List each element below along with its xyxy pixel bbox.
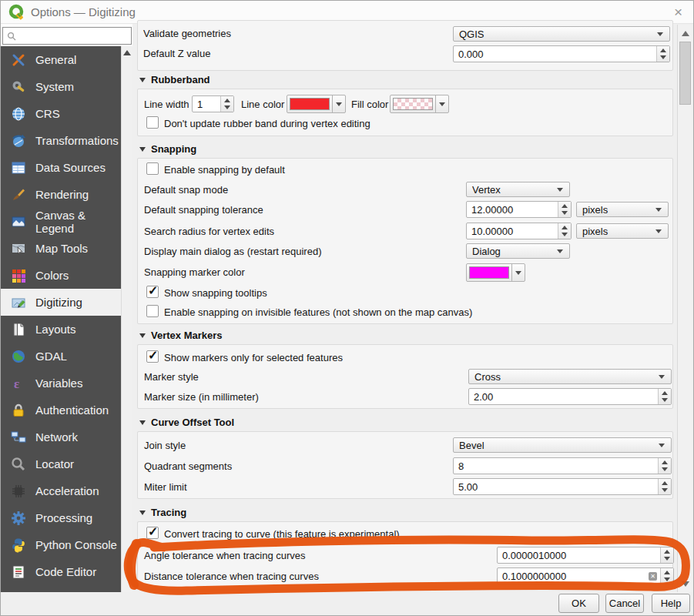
miter-limit-spin[interactable]: 5.00 [453,478,672,495]
scroll-down-icon[interactable] [682,581,689,587]
help-button[interactable]: Help [652,594,690,613]
tracing-section-header[interactable]: Tracing [139,507,186,518]
snapping-tolerance-unit-combo[interactable]: pixels [576,202,669,217]
locator-magnifier-icon [11,457,26,472]
sidebar-item-processing[interactable]: Processing [1,504,121,531]
colors-palette-icon [11,268,26,283]
cancel-button[interactable]: Cancel [605,594,644,613]
distance-tolerance-spin[interactable]: 0.1000000000✕ [497,567,674,584]
gdal-globe-icon [11,349,26,364]
snapping-section-header[interactable]: Snapping [139,143,196,155]
network-computers-icon [11,430,26,445]
snapping-tolerance-label: Default snapping tolerance [144,204,263,216]
sidebar-item-code-editor[interactable]: Code Editor [1,558,121,585]
sidebar-item-map-tools[interactable]: Map Tools [1,235,121,262]
color-dropdown-icon[interactable] [435,95,448,112]
settings-search-box[interactable] [2,27,132,45]
options-dialog: Options — Digitizing × General System CR… [0,0,694,616]
ok-button[interactable]: OK [558,594,599,613]
sidebar-item-digitizing[interactable]: Digitizing [1,289,121,316]
sidebar-item-layouts[interactable]: Layouts [1,316,121,343]
search-radius-spin[interactable]: 10.00000 [466,223,572,239]
snapping-marker-color-button[interactable] [466,263,525,282]
display-dialog-combo[interactable]: Dialog [466,243,570,259]
close-icon[interactable]: × [674,4,682,21]
line-color-swatch [290,98,330,110]
color-dropdown-icon[interactable] [511,264,525,281]
fill-color-button[interactable] [390,95,449,113]
marker-style-combo[interactable]: Cross [468,369,672,384]
sidebar-item-rendering[interactable]: Rendering [1,181,121,208]
map-tools-icon [11,241,26,256]
dont-update-rubberband-label: Don't update rubber band during vertex e… [164,118,370,129]
sidebar-item-transformations[interactable]: Transformations [1,127,121,154]
validate-geometries-combo[interactable]: QGIS [453,26,670,42]
vertex-markers-section-header[interactable]: Vertex Markers [139,330,223,341]
sidebar-scrollbar[interactable] [121,46,132,615]
qgis-logo-icon [8,4,25,21]
search-icon [7,32,16,41]
angle-tolerance-spin[interactable]: 0.0000010000 [497,547,674,564]
sidebar-item-locator[interactable]: Locator [1,450,121,477]
join-style-combo[interactable]: Bevel [453,437,672,453]
line-width-spin[interactable]: 1 [192,95,234,112]
acceleration-chip-icon [11,484,26,499]
snapping-tolerance-spin[interactable]: 12.00000 [466,201,572,218]
scroll-up-icon[interactable] [123,50,131,55]
curve-offset-section-header[interactable]: Curve Offset Tool [139,417,234,428]
content-scrollbar[interactable] [677,25,692,594]
search-input[interactable] [16,31,131,42]
search-radius-label: Search radius for vertex edits [144,226,274,237]
crs-globe-icon [11,106,26,122]
collapse-triangle-icon [139,511,146,515]
angle-tolerance-label: Angle tolerance when tracing curves [144,550,306,561]
sidebar-item-python-console[interactable]: Python Console [1,531,121,558]
show-snapping-tooltips-checkbox[interactable] [146,286,159,298]
distance-tolerance-label: Distance tolerance when tracing curves [144,571,319,582]
scroll-up-icon[interactable] [682,31,689,36]
line-color-button[interactable] [287,95,346,113]
clear-field-icon[interactable]: ✕ [649,572,657,581]
sidebar-item-system[interactable]: System [1,73,121,100]
tools-icon [11,52,26,68]
sidebar-item-authentication[interactable]: Authentication [1,397,121,424]
sidebar-item-gdal[interactable]: GDAL [1,343,121,370]
sidebar-item-general[interactable]: General [1,46,121,73]
color-dropdown-icon[interactable] [332,95,345,112]
scrollbar-thumb[interactable] [679,42,691,105]
code-editor-icon [11,564,26,580]
window-title: Options — Digitizing [31,5,136,18]
default-snap-mode-label: Default snap mode [144,184,228,196]
sidebar-item-canvas-legend[interactable]: Canvas & Legend [1,208,121,235]
svg-text:ε: ε [14,377,19,391]
sidebar-item-acceleration[interactable]: Acceleration [1,477,121,504]
convert-tracing-checkbox[interactable] [146,527,159,539]
sidebar-item-variables[interactable]: εVariables [1,370,121,397]
default-snap-mode-combo[interactable]: Vertex [466,182,570,197]
snapping-marker-color-swatch [469,266,509,279]
sidebar-item-network[interactable]: Network [1,424,121,450]
snapping-invisible-features-checkbox[interactable] [146,305,159,317]
authentication-lock-icon [11,403,26,418]
data-sources-table-icon [11,160,26,176]
join-style-label: Join style [144,440,186,451]
sidebar-item-colors[interactable]: Colors [1,262,121,289]
snapping-invisible-features-label: Enable snapping on invisible features (n… [164,306,472,318]
canvas-legend-icon [11,214,26,229]
default-z-value-spin[interactable]: 0.000 [453,45,670,62]
display-dialog-label: Display main dialog as (restart required… [144,246,321,257]
quadrant-segments-label: Quadrant segments [144,460,232,472]
system-gears-icon [11,79,26,95]
quadrant-segments-spin[interactable]: 8 [453,457,672,474]
search-radius-unit-combo[interactable]: pixels [576,223,669,239]
enable-snapping-checkbox[interactable] [146,162,159,175]
transformations-globe-icon [11,133,26,149]
fill-color-label: Fill color [351,99,388,110]
line-color-label: Line color [241,99,284,110]
show-markers-checkbox[interactable] [146,350,159,363]
marker-size-spin[interactable]: 2.00 [468,388,672,405]
rubberband-section-header[interactable]: Rubberband [139,74,210,85]
sidebar-item-data-sources[interactable]: Data Sources [1,154,121,181]
sidebar-item-crs[interactable]: CRS [1,100,121,127]
dont-update-rubberband-checkbox[interactable] [146,116,159,129]
